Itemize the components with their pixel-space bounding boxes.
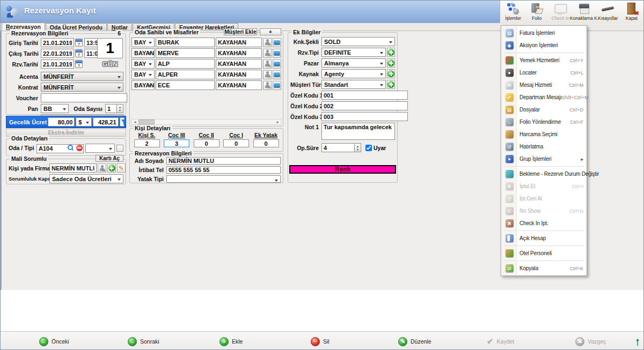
menu-item-locater[interactable]: ●LocaterCtrl+L — [502, 66, 586, 79]
fullname-input[interactable] — [166, 157, 281, 165]
toolbar-button-kapat[interactable]: Kapat — [620, 1, 643, 23]
bottom-button-sil[interactable]: −Sil — [311, 336, 330, 347]
source-select[interactable]: Agenty — [321, 69, 386, 78]
guest-person-button[interactable] — [263, 49, 272, 58]
special-code-1-input[interactable] — [321, 91, 408, 100]
room-extra-button[interactable] — [116, 145, 123, 152]
menu-item-otel-personeli[interactable]: Otel Personeli — [502, 247, 586, 259]
person-add-button[interactable] — [107, 163, 116, 173]
guest-card-button[interactable] — [273, 49, 281, 58]
rate-filter-button[interactable] — [120, 117, 125, 126]
menu-item-mesaj-hizmeti[interactable]: ✉Mesaj HizmetiCtrl+M — [502, 79, 586, 91]
bottom-button-sonraki[interactable]: →Sonraki — [128, 336, 159, 347]
tab-rezervasyon[interactable]: Rezervasyon — [2, 23, 45, 31]
menu-item-hat-rlatma[interactable]: ↺Hatırlatma — [502, 140, 586, 153]
rzv-type-add-button[interactable] — [387, 48, 395, 57]
special-code-2-input[interactable] — [321, 101, 408, 110]
menu-item-check-in-ipt[interactable]: ✖Check In Ipt. — [502, 217, 586, 229]
voucher-input[interactable] — [41, 93, 127, 102]
scope-select[interactable]: Sadece Oda Ücretleri — [49, 174, 123, 183]
person-detail-input-ki-i-s[interactable] — [134, 139, 160, 147]
market-add-button[interactable] — [387, 58, 395, 68]
open-card-button[interactable]: Kartı Aç — [96, 155, 123, 162]
toolbar-button-konaklama-k[interactable]: Konaklama K. — [573, 1, 596, 23]
menu-item-aksiyon-i-lemleri[interactable]: ◆Aksiyon İşlemleri — [502, 39, 586, 51]
guest-firstname-input[interactable] — [156, 59, 215, 69]
guest-card-button[interactable] — [273, 70, 281, 79]
guest-lastname-input[interactable] — [216, 70, 262, 79]
add-customer-button[interactable]: Müşteri Ekle — [224, 28, 257, 35]
board-select[interactable]: BB — [41, 104, 69, 113]
toolbar-button-folio[interactable]: Folio — [525, 1, 548, 23]
op-duration-stepper[interactable]: ▲▼ — [355, 143, 361, 152]
guest-person-button[interactable] — [263, 59, 272, 69]
agency-select[interactable]: MÜNFERİT — [41, 72, 123, 81]
rzv-type-select[interactable]: DEFINITE — [321, 48, 386, 57]
menu-item-a-k-hesap[interactable]: ▋Açık Hesap — [502, 232, 586, 244]
menu-item-fatura-i-lemleri[interactable]: ▤Fatura İşlemleri — [502, 27, 586, 39]
person-edit-button[interactable]: ✎ — [117, 163, 126, 173]
guest-title-select[interactable]: BAY — [131, 38, 155, 47]
person-lookup-button[interactable] — [98, 163, 106, 173]
menu-item-harcama-se-imi[interactable]: Harcama Seçimi — [502, 128, 586, 140]
guest-person-button[interactable] — [263, 70, 272, 79]
market-select[interactable]: Almanya — [321, 58, 386, 68]
menu-item-folio-y-nlendirme[interactable]: →Folio YönlendirmeCtrl+F — [502, 116, 586, 128]
guest-firstname-input[interactable] — [156, 70, 215, 79]
menu-item-bekleme-rezerve-durum-de-i-tir[interactable]: Bekleme - Rezerve Durum Değiştir — [502, 168, 586, 180]
checkout-date-input[interactable] — [41, 49, 74, 58]
menu-item-grup-i-lemleri[interactable]: ●Grup İşlemleri▸ — [502, 153, 586, 165]
bottom-button-d-zenle[interactable]: ✎Düzenle — [398, 336, 431, 347]
room-type-select[interactable] — [85, 144, 115, 153]
person-firm-input[interactable] — [49, 163, 97, 173]
guest-card-button[interactable] — [273, 38, 281, 47]
guest-horizontal-scrollbar[interactable]: ◂ ▸ — [131, 119, 281, 125]
scroll-left-icon[interactable]: ◂ — [132, 120, 138, 124]
contract-select[interactable]: MÜNFERİT — [41, 83, 123, 92]
menu-item-departman-mesaj[interactable]: ✔Departman MesajıShift+Ctrl+M — [502, 91, 586, 103]
guest-lastname-input[interactable] — [216, 38, 262, 47]
clear-room-icon[interactable] — [76, 145, 83, 151]
bottom-button-ekle[interactable]: +Ekle — [219, 336, 243, 347]
bed-type-select[interactable] — [166, 175, 281, 183]
reservation-date-input[interactable] — [41, 59, 74, 69]
room-count-stepper[interactable]: ▲▼ — [117, 104, 123, 113]
note-1-textarea[interactable] — [321, 123, 395, 140]
calendar-icon[interactable] — [75, 49, 83, 57]
guest-title-select[interactable]: BAY — [131, 70, 155, 79]
toolbar-button-i-lemler[interactable]: İşlemler — [501, 1, 525, 23]
add-guest-row-button[interactable]: + — [260, 28, 281, 35]
color-button[interactable]: Renk — [289, 165, 396, 174]
menu-item-dosyalar[interactable]: ▤DosyalarCtrl+D — [502, 103, 586, 116]
total-rate-input[interactable] — [93, 117, 119, 126]
toolbar-button-k-sayollar[interactable]: Kısayollar — [596, 1, 620, 23]
customer-type-add-button[interactable] — [387, 80, 395, 89]
guest-person-button[interactable] — [263, 38, 272, 47]
guest-firstname-input[interactable] — [156, 48, 215, 58]
person-detail-input-oc-iii[interactable] — [164, 139, 189, 147]
warn-checkbox[interactable] — [365, 145, 372, 151]
person-detail-input-oc-i[interactable] — [223, 139, 249, 147]
menu-item-kopyala[interactable]: ⇄KopyalaCtrl+K — [502, 262, 586, 274]
person-detail-input-oc-ii[interactable] — [194, 139, 219, 147]
menu-item-yemek-hizmetleri[interactable]: Yemek HizmetleriCtrl+Y — [502, 54, 586, 66]
tab-oda-cret-periyodu[interactable]: Oda Ücret Periyodu — [46, 23, 107, 31]
source-add-button[interactable] — [387, 69, 395, 78]
guest-card-button[interactable] — [273, 59, 281, 69]
person-detail-input-ek-yatak[interactable] — [253, 139, 279, 147]
room-count-input[interactable] — [105, 104, 117, 113]
currency-select[interactable]: $ — [76, 117, 91, 126]
bottom-button-nceki[interactable]: ←Önceki — [39, 336, 69, 347]
guest-firstname-input[interactable] — [156, 80, 215, 90]
guest-card-button[interactable] — [273, 81, 281, 90]
tab-notlar[interactable]: Notlar — [107, 23, 132, 31]
guest-title-select[interactable]: BAYAN — [131, 80, 155, 90]
nightly-rate-input[interactable] — [48, 117, 75, 126]
scroll-top-icon[interactable]: ↑ — [635, 335, 641, 348]
knk-select[interactable]: SOLD — [321, 37, 395, 46]
phone-input[interactable] — [166, 166, 281, 174]
calendar-icon[interactable] — [75, 39, 83, 47]
guest-firstname-input[interactable] — [156, 38, 215, 47]
guest-title-select[interactable]: BAYAN — [131, 48, 155, 58]
guest-title-select[interactable]: BAY — [131, 59, 155, 69]
